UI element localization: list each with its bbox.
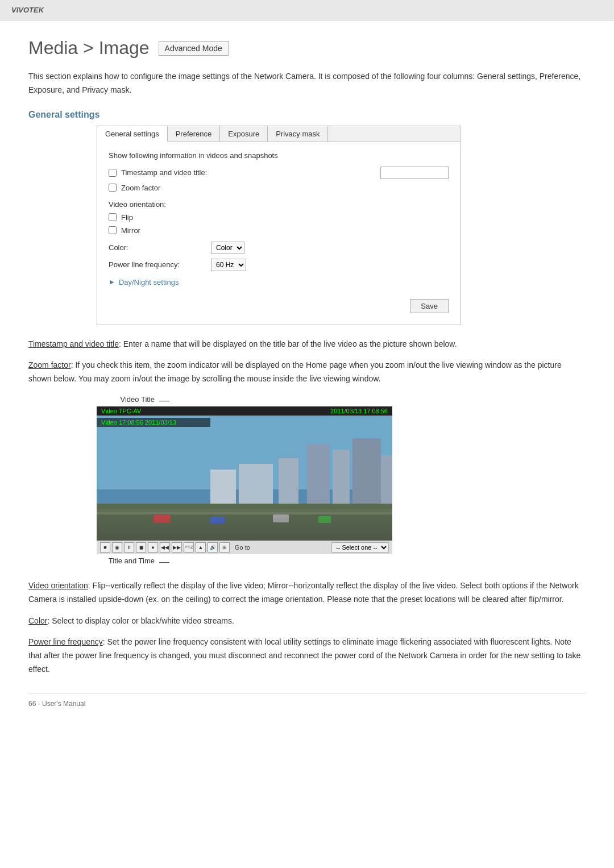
- flip-label: Flip: [121, 213, 133, 222]
- mirror-label: Mirror: [121, 226, 140, 235]
- mirror-checkbox[interactable]: [109, 226, 117, 234]
- timestamp-desc-underline: Timestamp and video title: [28, 339, 119, 348]
- power-desc-para: Power line frequency: Set the power line…: [28, 636, 586, 676]
- ctrl-record2-btn[interactable]: ●: [148, 542, 158, 553]
- timestamp-desc-text: : Enter a name that will be displayed on…: [119, 339, 457, 348]
- svg-rect-11: [97, 512, 392, 514]
- video-title-label: Video Title: [97, 394, 159, 404]
- power-freq-field-label: Power line frequency:: [109, 260, 211, 269]
- ctrl-stop-btn[interactable]: ◼: [136, 542, 146, 553]
- zoom-factor-label: Zoom factor: [121, 184, 160, 192]
- ctrl-next-btn[interactable]: ▶▶: [172, 542, 182, 553]
- power-desc-underline: Power line frequency: [28, 637, 103, 646]
- zoom-factor-checkbox[interactable]: [109, 184, 117, 192]
- zoom-desc-underline: Zoom factor: [28, 360, 71, 369]
- flip-checkbox[interactable]: [109, 213, 117, 221]
- video-top-left: Video TPC-AV: [101, 408, 141, 414]
- timestamp-text-input[interactable]: [380, 167, 449, 179]
- svg-rect-12: [154, 515, 171, 523]
- ctrl-audio-btn[interactable]: 🔊: [208, 542, 218, 553]
- flip-row: Flip: [109, 213, 449, 222]
- page-title-row: Media > Image Advanced Mode: [28, 38, 586, 59]
- svg-rect-14: [273, 514, 289, 522]
- footer-text: 66 - User's Manual: [28, 693, 586, 708]
- ctrl-record-btn[interactable]: ■: [100, 542, 110, 553]
- svg-rect-2: [307, 444, 330, 512]
- page-title: Media > Image: [28, 38, 150, 59]
- svg-rect-3: [333, 450, 350, 512]
- tab-exposure[interactable]: Exposure: [220, 126, 268, 142]
- advanced-mode-button[interactable]: Advanced Mode: [159, 41, 229, 56]
- timestamp-description-block: Timestamp and video title: Enter a name …: [28, 338, 586, 386]
- tab-content-general: Show following information in videos and…: [97, 142, 460, 325]
- video-title-arrow-icon: —: [159, 394, 169, 405]
- video-bottom-controls: ■ ◉ ⏸ ◼ ● ◀◀ ▶▶ PTZ ▲ 🔊 ⊞ Go to -- Selec…: [97, 541, 392, 554]
- remaining-descriptions: Video orientation: Flip--vertically refl…: [28, 579, 586, 676]
- save-button[interactable]: Save: [410, 299, 449, 313]
- goto-select[interactable]: -- Select one --: [331, 542, 389, 553]
- ctrl-ptz-btn[interactable]: PTZ: [184, 542, 194, 553]
- ctrl-up-btn[interactable]: ▲: [196, 542, 206, 553]
- tab-privacy-mask[interactable]: Privacy mask: [268, 126, 328, 142]
- mirror-row: Mirror: [109, 226, 449, 235]
- color-desc-underline: Color: [28, 616, 47, 625]
- color-field-label: Color:: [109, 243, 211, 252]
- color-row: Color: Color B/W: [109, 242, 449, 254]
- title-time-label: Title and Time: [97, 556, 159, 565]
- day-night-label: Day/Night settings: [119, 278, 179, 286]
- svg-rect-13: [210, 517, 225, 524]
- svg-rect-4: [352, 438, 381, 512]
- video-demo-container: Video Title — Video TPC-AV 2011/03/13 17…: [97, 394, 392, 567]
- timestamp-desc-para: Timestamp and video title: Enter a name …: [28, 338, 586, 351]
- tab-preference[interactable]: Preference: [168, 126, 221, 142]
- timestamp-label: Timestamp and video title:: [121, 168, 207, 177]
- general-settings-title: General settings: [28, 110, 586, 120]
- color-select[interactable]: Color B/W: [211, 242, 244, 254]
- color-desc-text: : Select to display color or black/white…: [47, 616, 234, 625]
- timestamp-checkbox[interactable]: [109, 169, 117, 177]
- orientation-desc-para: Video orientation: Flip--vertically refl…: [28, 579, 586, 607]
- tab-bar: General settings Preference Exposure Pri…: [97, 126, 460, 142]
- svg-rect-9: [97, 504, 392, 541]
- orientation-desc-underline: Video orientation: [28, 581, 88, 590]
- video-second-bar: Video 17:08:56 2011/03/13: [97, 418, 210, 427]
- ctrl-pause-btn[interactable]: ⏸: [124, 542, 134, 553]
- video-orientation-label: Video orientation:: [109, 200, 449, 209]
- svg-rect-10: [97, 509, 392, 515]
- page-content: Media > Image Advanced Mode This section…: [0, 20, 614, 730]
- show-info-label: Show following information in videos and…: [109, 151, 449, 160]
- zoom-desc-text: : If you check this item, the zoom indic…: [28, 360, 562, 383]
- orientation-desc-text: : Flip--vertically reflect the display o…: [28, 581, 579, 604]
- page-description: This section explains how to configure t…: [28, 70, 586, 97]
- power-desc-text: : Set the power line frequency consisten…: [28, 637, 580, 674]
- brand-logo: VIVOTEK: [11, 6, 44, 14]
- zoom-factor-row: Zoom factor: [109, 184, 449, 192]
- title-time-arrow-icon: —: [159, 556, 169, 567]
- tab-general-settings[interactable]: General settings: [97, 126, 168, 142]
- video-top-bar: Video TPC-AV 2011/03/13 17:08:56: [97, 406, 392, 416]
- video-image-area: [97, 416, 392, 541]
- goto-label: Go to: [235, 544, 250, 551]
- top-bar: VIVOTEK: [0, 0, 614, 20]
- day-night-arrow-icon: ►: [109, 278, 115, 286]
- video-top-right: 2011/03/13 17:08:56: [330, 408, 388, 414]
- ctrl-fullscreen-btn[interactable]: ⊞: [219, 542, 230, 553]
- zoom-desc-para: Zoom factor: If you check this item, the…: [28, 359, 586, 386]
- video-container: Video TPC-AV 2011/03/13 17:08:56 Video 1…: [97, 406, 392, 554]
- save-row: Save: [109, 294, 449, 313]
- svg-rect-15: [318, 516, 331, 523]
- power-freq-row: Power line frequency: 60 Hz 50 Hz: [109, 259, 449, 271]
- day-night-row[interactable]: ► Day/Night settings: [109, 278, 449, 286]
- timestamp-row: Timestamp and video title:: [109, 167, 449, 179]
- settings-tab-panel: General settings Preference Exposure Pri…: [97, 126, 460, 325]
- power-freq-select[interactable]: 60 Hz 50 Hz: [211, 259, 246, 271]
- ctrl-snapshot-btn[interactable]: ◉: [112, 542, 122, 553]
- color-desc-para: Color: Select to display color or black/…: [28, 614, 586, 628]
- ctrl-prev-btn[interactable]: ◀◀: [160, 542, 170, 553]
